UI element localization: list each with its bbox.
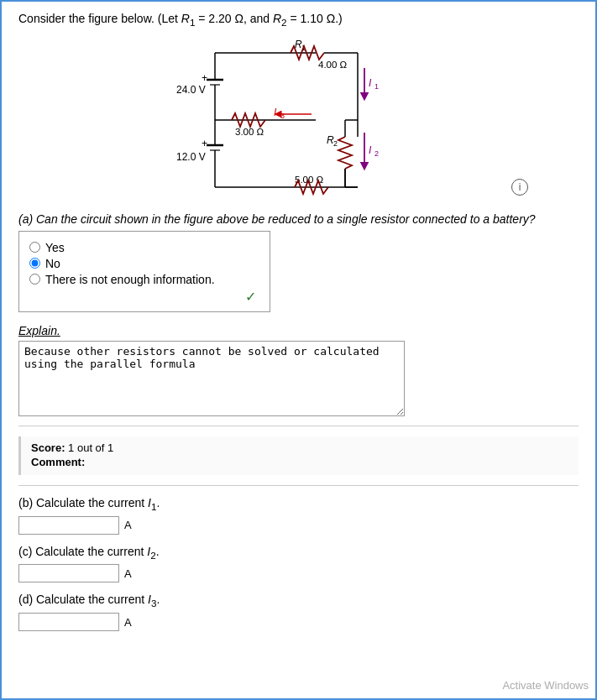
part-d-input[interactable] xyxy=(18,613,119,631)
score-section: Score: 1 out of 1 Comment: xyxy=(18,436,579,475)
svg-text:24.0 V: 24.0 V xyxy=(176,84,206,96)
part-b-unit: A xyxy=(124,519,132,531)
svg-text:I: I xyxy=(369,77,372,89)
svg-text:3: 3 xyxy=(280,112,285,120)
svg-text:I: I xyxy=(369,144,372,156)
option-noinfo[interactable]: There is not enough information. xyxy=(29,273,259,286)
svg-text:3.00 Ω: 3.00 Ω xyxy=(235,127,264,137)
option-no-label: No xyxy=(45,257,60,270)
option-yes[interactable]: Yes xyxy=(29,241,259,254)
option-no[interactable]: No xyxy=(29,257,259,270)
info-icon[interactable]: i xyxy=(511,179,528,196)
svg-text:2: 2 xyxy=(374,149,379,158)
check-mark: ✓ xyxy=(29,289,259,305)
svg-text:2: 2 xyxy=(333,139,338,148)
activate-windows-text: Activate Windows xyxy=(502,679,589,692)
part-d-section: (d) Calculate the current I3. A xyxy=(18,593,579,631)
score-text: Score: 1 out of 1 xyxy=(31,441,568,454)
part-b-label: (b) Calculate the current I1. xyxy=(18,496,579,512)
option-noinfo-label: There is not enough information. xyxy=(45,273,215,286)
svg-text:12.0 V: 12.0 V xyxy=(176,151,206,163)
svg-text:+: + xyxy=(202,138,207,149)
part-c-unit: A xyxy=(124,567,132,580)
svg-text:4.00 Ω: 4.00 Ω xyxy=(318,60,348,70)
part-d-label: (d) Calculate the current I3. xyxy=(18,593,579,609)
part-c-label: (c) Calculate the current I2. xyxy=(18,545,579,561)
comment-text: Comment: xyxy=(31,456,568,468)
options-box: Yes No There is not enough information. … xyxy=(18,231,270,312)
part-d-unit: A xyxy=(124,616,132,629)
problem-header: Consider the figure below. (Let R1 = 2.2… xyxy=(18,12,579,28)
part-a-question: (a) Can the circuit shown in the figure … xyxy=(18,212,579,226)
part-b-input[interactable] xyxy=(18,516,119,535)
part-b-section: (b) Calculate the current I1. A xyxy=(18,496,579,535)
svg-text:1: 1 xyxy=(374,82,379,91)
score-value: 1 out of 1 xyxy=(68,441,113,454)
part-c-section: (c) Calculate the current I2. A xyxy=(18,545,579,583)
svg-text:I: I xyxy=(274,107,277,118)
explain-label: Explain. xyxy=(18,324,579,337)
part-c-input[interactable] xyxy=(18,564,119,582)
circuit-diagram: + + 24.0 V 12.0 V R 1 4.00 xyxy=(18,36,579,204)
explain-textarea[interactable]: Because other resistors cannot be solved… xyxy=(18,341,405,416)
option-yes-label: Yes xyxy=(45,241,65,254)
svg-text:+: + xyxy=(202,72,207,84)
